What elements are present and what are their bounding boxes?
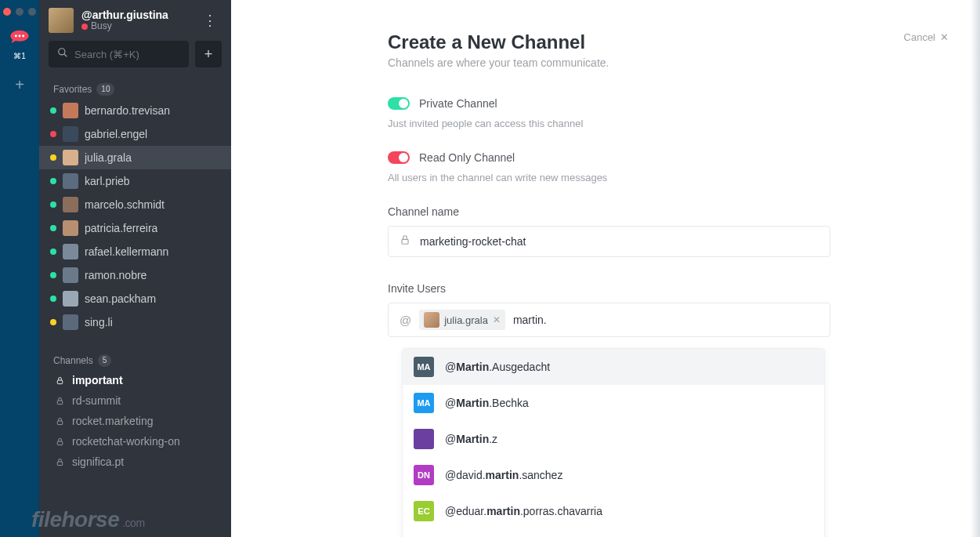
- sidebar-item-sing-li[interactable]: sing.li: [39, 310, 231, 334]
- close-window-icon[interactable]: [3, 8, 11, 16]
- suggestion-row[interactable]: MA @Martin.Ausgedacht: [403, 349, 824, 385]
- readonly-channel-help: All users in the channel can write new m…: [388, 172, 949, 183]
- favorites-header: Favorites 10: [39, 75, 231, 99]
- room-name: marcelo.schmidt: [85, 198, 165, 211]
- suggestion-row[interactable]: EC @eduar.martin.porras.chavarria: [403, 493, 824, 529]
- sidebar: @arthur.giustina Busy ⋮ + Favorites 10 b…: [39, 0, 231, 537]
- svg-rect-6: [57, 401, 62, 405]
- sidebar-item-rafael-kellermann[interactable]: rafael.kellermann: [39, 240, 231, 263]
- chip-label: julia.grala: [444, 314, 488, 326]
- presence-dot-icon: [50, 178, 56, 184]
- invite-users-input[interactable]: [513, 314, 650, 326]
- private-channel-toggle[interactable]: [388, 97, 410, 110]
- avatar: [63, 291, 78, 307]
- add-workspace-button[interactable]: +: [15, 76, 24, 94]
- room-name: karl.prieb: [85, 175, 130, 187]
- private-channel-help: Just invited people can access this chan…: [388, 118, 949, 129]
- channel-name: rocket.marketing: [72, 415, 153, 427]
- suggestion-row[interactable]: MA @Martin.Bechka: [403, 385, 824, 421]
- watermark: filehorse.com: [31, 507, 145, 532]
- suggestion-name: @eduar.martin.porras.chavarria: [445, 505, 602, 517]
- sidebar-channel-rd-summit[interactable]: rd-summit: [39, 390, 231, 411]
- room-name: patricia.ferreira: [85, 222, 157, 234]
- at-icon: @: [400, 314, 411, 327]
- svg-point-0: [15, 34, 17, 37]
- readonly-channel-label: Read Only Channel: [419, 151, 515, 164]
- lock-icon: [55, 397, 64, 405]
- presence-dot-icon: [50, 107, 56, 114]
- lock-icon: [55, 458, 64, 466]
- workspace-rail: ⌘1 +: [0, 0, 39, 537]
- invite-users-input-wrap[interactable]: @ julia.grala ✕: [388, 303, 830, 337]
- channel-name: significa.pt: [72, 455, 124, 468]
- avatar: [63, 267, 78, 283]
- create-button[interactable]: +: [195, 41, 222, 67]
- room-name: bernardo.trevisan: [85, 104, 170, 117]
- sidebar-channel-important[interactable]: important: [39, 370, 231, 390]
- user-status: Busy: [81, 21, 190, 32]
- avatar: [63, 197, 78, 212]
- current-user-row[interactable]: @arthur.giustina Busy ⋮: [39, 0, 231, 41]
- maximize-window-icon[interactable]: [28, 8, 36, 16]
- room-name: sing.li: [85, 316, 113, 328]
- right-edge-fade: [971, 0, 980, 537]
- page-title: Create a New Channel: [388, 31, 949, 53]
- sidebar-channel-significa-pt[interactable]: significa.pt: [39, 452, 231, 472]
- suggestion-row[interactable]: @fernando.martin.ortiz: [403, 529, 824, 537]
- status-text: Busy: [91, 21, 112, 32]
- suggestion-name: @david.martin.sanchez: [445, 469, 562, 481]
- avatar-initials: [414, 429, 434, 449]
- user-chip[interactable]: julia.grala ✕: [419, 310, 505, 330]
- suggestion-row[interactable]: @Martin.z: [403, 421, 824, 457]
- sidebar-item-gabriel-engel[interactable]: gabriel.engel: [39, 122, 231, 146]
- room-name: julia.grala: [85, 151, 132, 164]
- channel-name-input-wrap[interactable]: [388, 226, 830, 257]
- svg-line-4: [64, 54, 67, 57]
- search-input-wrap[interactable]: [49, 41, 189, 67]
- avatar-initials: MA: [414, 357, 434, 377]
- sidebar-item-marcelo-schmidt[interactable]: marcelo.schmidt: [39, 193, 231, 216]
- channels-count-badge: 5: [98, 354, 112, 367]
- avatar: [424, 312, 439, 328]
- user-handle: @arthur.giustina: [81, 9, 190, 21]
- sidebar-item-sean-packham[interactable]: sean.packham: [39, 287, 231, 310]
- sidebar-item-karl-prieb[interactable]: karl.prieb: [39, 169, 231, 193]
- channel-name-label: Channel name: [388, 205, 949, 218]
- user-menu-button[interactable]: ⋮: [198, 12, 222, 29]
- avatar-initials: DN: [414, 465, 434, 485]
- sidebar-item-ramon-nobre[interactable]: ramon.nobre: [39, 263, 231, 287]
- suggestion-name: @Martin.z: [445, 433, 497, 445]
- cancel-button[interactable]: Cancel ✕: [904, 31, 949, 43]
- channel-name: rocketchat-working-on: [72, 435, 180, 448]
- channel-name: rd-summit: [72, 394, 121, 407]
- sidebar-channel-rocket-marketing[interactable]: rocket.marketing: [39, 411, 231, 431]
- search-input[interactable]: [74, 49, 180, 60]
- favorites-count-badge: 10: [96, 83, 114, 96]
- avatar: [63, 103, 78, 118]
- presence-dot-icon: [50, 272, 56, 278]
- sidebar-channel-rocketchat-working-on[interactable]: rocketchat-working-on: [39, 431, 231, 452]
- svg-rect-8: [57, 441, 62, 445]
- avatar-initials: EC: [414, 501, 434, 521]
- sidebar-item-patricia-ferreira[interactable]: patricia.ferreira: [39, 216, 231, 240]
- sidebar-item-bernardo-trevisan[interactable]: bernardo.trevisan: [39, 99, 231, 122]
- suggestion-row[interactable]: DN @david.martin.sanchez: [403, 457, 824, 493]
- channel-name-input[interactable]: [420, 235, 819, 248]
- search-icon: [57, 47, 68, 61]
- user-suggestions-dropdown: MA @Martin.AusgedachtMA @Martin.Bechka @…: [402, 348, 825, 537]
- invite-users-label: Invite Users: [388, 282, 949, 295]
- avatar: [49, 8, 74, 33]
- room-name: ramon.nobre: [85, 269, 146, 281]
- svg-point-3: [59, 49, 65, 55]
- remove-chip-icon[interactable]: ✕: [493, 314, 501, 325]
- main-content: Cancel ✕ Create a New Channel Channels a…: [231, 0, 980, 537]
- workspace-logo-icon[interactable]: [9, 27, 31, 49]
- page-subtitle: Channels are where your team communicate…: [388, 56, 949, 69]
- svg-point-2: [22, 34, 24, 37]
- minimize-window-icon[interactable]: [16, 8, 24, 16]
- presence-dot-icon: [50, 319, 56, 325]
- presence-dot-icon: [50, 201, 56, 208]
- sidebar-item-julia-grala[interactable]: julia.grala: [39, 146, 231, 169]
- readonly-channel-toggle[interactable]: [388, 151, 410, 164]
- svg-point-1: [18, 34, 20, 37]
